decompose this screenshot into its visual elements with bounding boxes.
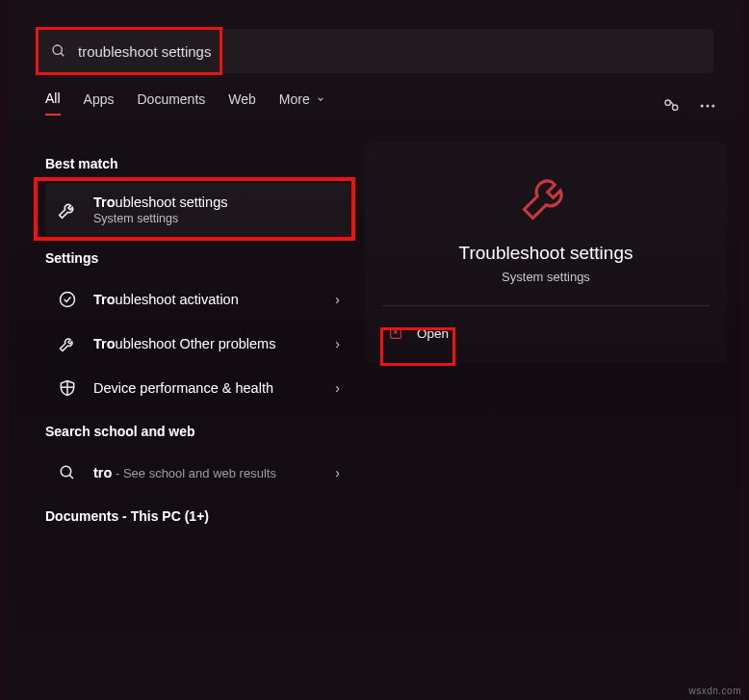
tab-web[interactable]: Web [228,91,256,115]
shield-icon [57,377,78,399]
open-button[interactable]: Open [382,316,710,350]
svg-point-6 [711,105,714,108]
svg-point-2 [665,100,670,105]
accounts-icon[interactable] [659,94,683,117]
svg-point-7 [61,293,75,307]
search-icon [57,462,78,483]
detail-title: Troubleshoot settings [382,243,710,264]
divider [382,305,710,306]
chevron-right-icon: › [335,465,340,480]
search-panel: All Apps Documents Web More Best match T… [9,0,740,700]
section-best-match: Best match [45,156,351,171]
open-icon [388,325,403,341]
section-school-web: Search school and web [45,424,351,439]
chevron-down-icon [316,94,325,104]
result-troubleshoot-other[interactable]: Troubleshoot Other problems › [45,322,351,366]
svg-rect-12 [391,328,401,339]
result-troubleshoot-activation[interactable]: Troubleshoot activation › [45,277,351,322]
tab-more[interactable]: More [279,91,325,115]
tab-apps[interactable]: Apps [84,91,115,115]
wrench-icon [57,199,78,220]
tab-documents[interactable]: Documents [137,91,205,115]
detail-subtitle: System settings [382,270,710,284]
wrench-icon [57,333,78,354]
detail-card: Troubleshoot settings System settings Op… [365,143,727,362]
search-icon [51,43,66,59]
chevron-right-icon: › [335,336,340,351]
filter-tabs: All Apps Documents Web More [45,91,325,116]
best-match-item[interactable]: Troubleshoot settings System settings [45,183,351,237]
svg-point-4 [701,105,704,108]
result-web-search[interactable]: tro - See school and web results › [45,451,351,495]
best-match-text: Troubleshoot settings System settings [93,194,340,225]
results-column: Best match Troubleshoot settings System … [45,143,351,535]
watermark: wsxdn.com [688,686,741,696]
svg-point-10 [61,466,71,477]
best-match-rest: ubleshoot settings [116,194,228,210]
section-settings: Settings [45,250,351,266]
wrench-large-icon [520,168,572,225]
tab-all[interactable]: All [45,91,61,116]
toolbar-right [659,94,719,117]
svg-point-0 [53,45,62,54]
open-label: Open [417,326,449,341]
more-options-icon[interactable] [696,94,719,117]
search-input[interactable] [38,29,713,73]
detail-column: Troubleshoot settings System settings Op… [365,143,727,362]
result-device-performance[interactable]: Device performance & health › [45,366,351,410]
svg-point-3 [673,105,678,110]
section-documents-header: Documents - This PC (1+) [45,508,351,524]
best-match-bold: Tro [93,194,116,210]
check-circle-icon [57,289,78,310]
svg-line-1 [61,53,64,56]
chevron-right-icon: › [335,292,340,307]
tab-more-label: More [279,91,310,107]
search-row [38,29,713,73]
chevron-right-icon: › [335,380,340,396]
svg-point-5 [707,105,710,108]
best-match-subtitle: System settings [93,212,340,225]
svg-line-11 [69,475,73,479]
